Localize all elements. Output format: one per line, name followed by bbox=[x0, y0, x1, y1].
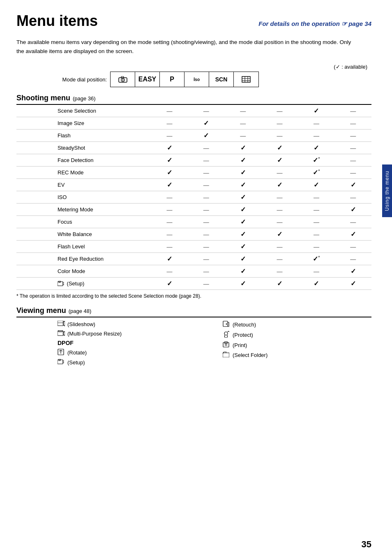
list-item: (Print) bbox=[223, 341, 371, 349]
mode-cell: — bbox=[335, 130, 371, 142]
mode-cell: — bbox=[151, 117, 188, 130]
page-header: Menu items For details on the operation … bbox=[16, 12, 371, 30]
item-icon bbox=[223, 352, 230, 359]
menu-item-name: Image Size bbox=[16, 117, 151, 130]
mode-cell: — bbox=[298, 130, 334, 142]
list-item: (Multi-Purpose Resize) bbox=[58, 330, 206, 337]
page-number: 35 bbox=[362, 539, 371, 550]
mode-cell: — bbox=[151, 241, 188, 253]
mode-cell: — bbox=[188, 179, 224, 191]
mode-cell: ✓ bbox=[151, 179, 188, 191]
list-item: DPOF bbox=[58, 340, 206, 346]
mode-cell: — bbox=[298, 117, 334, 130]
mode-cell: — bbox=[335, 142, 371, 154]
mode-icons: EASY P iso SCN bbox=[110, 72, 259, 87]
mode-cell: — bbox=[188, 105, 224, 117]
footnote-text: * The operation is limited according to … bbox=[16, 293, 371, 299]
svg-point-25 bbox=[224, 332, 228, 335]
mode-cell: ✓ bbox=[298, 179, 334, 191]
mode-cell: ✓ bbox=[151, 142, 188, 154]
mode-cell: — bbox=[151, 130, 188, 142]
mode-cell: ✓* bbox=[298, 253, 334, 265]
mode-cell: — bbox=[188, 253, 224, 265]
svg-line-26 bbox=[228, 331, 228, 332]
mode-cell: — bbox=[224, 130, 261, 142]
mode-cell: — bbox=[261, 265, 298, 278]
shooting-menu-table: Scene Selection————✓—Image Size—✓————Fla… bbox=[16, 105, 371, 290]
mode-cell: — bbox=[261, 105, 298, 117]
mode-cell: ✓ bbox=[261, 154, 298, 167]
mode-cell: — bbox=[298, 228, 334, 241]
table-row: Metering Mode——✓——✓ bbox=[16, 204, 371, 216]
mode-cell: ✓ bbox=[224, 154, 261, 167]
mode-cell: — bbox=[188, 204, 224, 216]
table-row: Face Detection✓—✓✓✓*— bbox=[16, 154, 371, 167]
mode-cell: ✓ bbox=[188, 117, 224, 130]
item-icon bbox=[223, 321, 230, 329]
menu-item-name: Flash bbox=[16, 130, 151, 142]
table-row: Image Size—✓———— bbox=[16, 117, 371, 130]
list-item: (Rotate) bbox=[58, 349, 206, 357]
item-icon bbox=[223, 331, 230, 339]
mode-cell: — bbox=[335, 191, 371, 204]
mode-cell: — bbox=[298, 191, 334, 204]
mode-cell: — bbox=[188, 228, 224, 241]
mode-icon-camera bbox=[111, 72, 135, 87]
mode-cell: ✓ bbox=[224, 167, 261, 179]
svg-point-3 bbox=[122, 79, 123, 81]
menu-item-name: (Setup) bbox=[16, 278, 151, 290]
mode-cell: ✓ bbox=[188, 130, 224, 142]
item-label: (Slideshow) bbox=[67, 321, 95, 327]
mode-cell: — bbox=[261, 241, 298, 253]
svg-rect-4 bbox=[242, 76, 250, 82]
section-divider-viewing bbox=[16, 317, 371, 317]
mode-cell: — bbox=[335, 167, 371, 179]
menu-item-name: ISO bbox=[16, 191, 151, 204]
mode-cell: — bbox=[224, 117, 261, 130]
mode-cell: — bbox=[335, 154, 371, 167]
header-reference: For details on the operation ☞ page 34 bbox=[258, 20, 371, 28]
mode-cell: ✓ bbox=[335, 204, 371, 216]
list-item: (Setup) bbox=[58, 359, 206, 366]
mode-icon-easy: EASY bbox=[135, 72, 160, 87]
sidebar-label: Using the menu bbox=[382, 164, 392, 217]
item-label: (Protect) bbox=[233, 332, 253, 338]
table-row: Color Mode——✓——✓ bbox=[16, 265, 371, 278]
mode-cell: — bbox=[335, 117, 371, 130]
mode-cell: — bbox=[298, 204, 334, 216]
shooting-menu-header: Shooting menu (page 36) bbox=[16, 94, 371, 102]
shooting-menu-title: Shooting menu bbox=[16, 94, 70, 102]
table-row: White Balance——✓✓—✓ bbox=[16, 228, 371, 241]
mode-icon-p: P bbox=[160, 72, 184, 87]
svg-line-27 bbox=[228, 331, 229, 332]
mode-cell: ✓ bbox=[224, 278, 261, 290]
dpof-label: DPOF bbox=[58, 340, 74, 346]
table-row: Focus——✓——— bbox=[16, 216, 371, 228]
mode-cell: — bbox=[151, 204, 188, 216]
table-row: REC Mode✓—✓—✓*— bbox=[16, 167, 371, 179]
legend-text: (✓ : available) bbox=[16, 64, 371, 70]
menu-item-name: Focus bbox=[16, 216, 151, 228]
svg-rect-13 bbox=[58, 321, 63, 326]
table-row: (Setup)✓—✓✓✓✓ bbox=[16, 278, 371, 290]
table-row: EV✓—✓✓✓✓ bbox=[16, 179, 371, 191]
mode-cell: ✓ bbox=[261, 278, 298, 290]
item-icon bbox=[223, 341, 230, 349]
table-row: ISO——✓——— bbox=[16, 191, 371, 204]
mode-cell: — bbox=[188, 241, 224, 253]
mode-cell: — bbox=[188, 216, 224, 228]
intro-text: The available menu items vary depending … bbox=[16, 38, 353, 56]
menu-item-name: Face Detection bbox=[16, 154, 151, 167]
mode-cell: — bbox=[151, 216, 188, 228]
mode-cell: ✓ bbox=[224, 204, 261, 216]
viewing-col1: (Slideshow)(Multi-Purpose Resize)DPOF(Ro… bbox=[58, 321, 206, 366]
mode-cell: ✓* bbox=[298, 154, 334, 167]
mode-cell: — bbox=[151, 265, 188, 278]
mode-cell: — bbox=[188, 167, 224, 179]
list-item: (Slideshow) bbox=[58, 321, 206, 328]
viewing-col2: (Retouch)(Protect)(Print)(Select Folder) bbox=[223, 321, 371, 366]
table-row: SteadyShot✓—✓✓✓— bbox=[16, 142, 371, 154]
mode-cell: ✓ bbox=[261, 228, 298, 241]
item-label: (Rotate) bbox=[67, 350, 87, 356]
item-label: (Setup) bbox=[67, 359, 85, 366]
